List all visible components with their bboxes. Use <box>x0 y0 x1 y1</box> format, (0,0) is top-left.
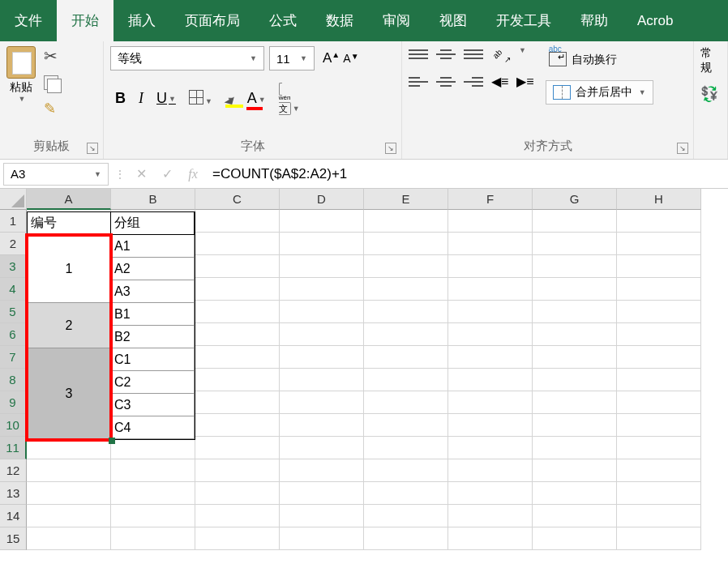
cell[interactable] <box>280 369 364 391</box>
cell[interactable] <box>448 482 533 505</box>
cell[interactable] <box>111 482 195 505</box>
decrease-font-button[interactable]: A▼ <box>340 52 353 65</box>
row-header-3[interactable]: 3 <box>0 255 27 278</box>
fill-color-button[interactable]: ▼ <box>225 92 234 105</box>
col-header-B[interactable]: B <box>111 189 195 210</box>
cell[interactable] <box>280 482 364 505</box>
alignment-launcher[interactable]: ↘ <box>677 143 688 154</box>
tab-formulas[interactable]: 公式 <box>255 0 311 41</box>
cell[interactable] <box>617 414 701 437</box>
cell[interactable] <box>448 346 533 369</box>
cell[interactable] <box>533 459 617 482</box>
cell[interactable] <box>195 437 280 459</box>
cell[interactable] <box>533 210 617 233</box>
row-header-12[interactable]: 12 <box>0 459 27 482</box>
cell[interactable] <box>364 527 448 550</box>
name-box[interactable]: A3▼ <box>3 163 109 186</box>
cell[interactable] <box>195 482 280 505</box>
cell[interactable] <box>195 369 280 391</box>
cell[interactable] <box>27 505 111 527</box>
underline-button[interactable]: U▼ <box>156 90 176 107</box>
select-all-corner[interactable] <box>0 189 27 210</box>
cell[interactable] <box>448 255 533 278</box>
tab-help[interactable]: 帮助 <box>566 0 623 41</box>
align-bottom-button[interactable] <box>464 46 483 62</box>
row-header-1[interactable]: 1 <box>0 210 27 233</box>
cell-B9[interactable]: C2 <box>111 371 195 394</box>
row-header-8[interactable]: 8 <box>0 369 27 391</box>
cell[interactable] <box>111 437 195 459</box>
cell[interactable] <box>533 482 617 505</box>
cell[interactable] <box>533 323 617 346</box>
cell[interactable] <box>280 233 364 255</box>
cell[interactable] <box>448 301 533 323</box>
cell[interactable] <box>195 233 280 255</box>
cell[interactable] <box>195 459 280 482</box>
cell-A6[interactable]: 2 <box>28 303 111 348</box>
cell[interactable] <box>448 459 533 482</box>
row-header-5[interactable]: 5 <box>0 301 27 323</box>
cell[interactable] <box>195 414 280 437</box>
chevron-down-icon[interactable]: ▼ <box>19 95 26 103</box>
tab-view[interactable]: 视图 <box>425 0 482 41</box>
cell[interactable] <box>280 459 364 482</box>
clipboard-launcher[interactable]: ↘ <box>87 143 98 154</box>
copy-button[interactable] <box>44 75 58 90</box>
cell[interactable] <box>195 505 280 527</box>
bold-button[interactable]: B <box>115 90 126 107</box>
border-button[interactable]: ▼ <box>189 90 212 107</box>
cell[interactable] <box>195 323 280 346</box>
font-name-select[interactable]: 等线▼ <box>110 46 264 70</box>
align-middle-button[interactable] <box>436 46 456 62</box>
cell-B5[interactable]: A3 <box>111 280 195 303</box>
cell[interactable] <box>364 255 448 278</box>
cell[interactable] <box>448 505 533 527</box>
row-header-6[interactable]: 6 <box>0 323 27 346</box>
increase-font-button[interactable]: A▲ <box>319 50 335 66</box>
cell[interactable] <box>364 482 448 505</box>
tab-review[interactable]: 审阅 <box>368 0 425 41</box>
cell-A8[interactable]: 3 <box>28 348 111 439</box>
cell[interactable] <box>617 301 701 323</box>
merge-center-button[interactable]: 合并后居中 ▼ <box>546 80 653 105</box>
cell[interactable] <box>533 527 617 550</box>
tab-home[interactable]: 开始 <box>57 0 113 41</box>
align-top-button[interactable] <box>409 46 428 62</box>
cell[interactable] <box>195 391 280 414</box>
tab-developer[interactable]: 开发工具 <box>482 0 566 41</box>
format-painter-button[interactable]: ✎ <box>44 100 58 117</box>
tab-file[interactable]: 文件 <box>0 0 57 41</box>
paste-button[interactable]: 粘贴 ▼ <box>6 46 36 103</box>
cell[interactable] <box>533 233 617 255</box>
align-center-button[interactable] <box>436 74 456 90</box>
cell[interactable] <box>617 391 701 414</box>
cell[interactable] <box>364 505 448 527</box>
cell[interactable] <box>195 255 280 278</box>
cell[interactable] <box>195 301 280 323</box>
cell[interactable] <box>111 505 195 527</box>
cancel-formula-button[interactable]: ✕ <box>128 166 154 181</box>
cell[interactable] <box>448 414 533 437</box>
cell-B10[interactable]: C3 <box>111 394 195 416</box>
cell[interactable] <box>364 323 448 346</box>
cell[interactable] <box>364 391 448 414</box>
tab-data[interactable]: 数据 <box>311 0 368 41</box>
cell[interactable] <box>448 278 533 301</box>
cell[interactable] <box>364 369 448 391</box>
cell[interactable] <box>195 210 280 233</box>
cell[interactable] <box>195 346 280 369</box>
tab-insert[interactable]: 插入 <box>113 0 170 41</box>
col-header-A[interactable]: A <box>27 189 111 210</box>
cell[interactable] <box>280 346 364 369</box>
cell[interactable] <box>195 278 280 301</box>
cell[interactable] <box>617 437 701 459</box>
cut-button[interactable]: ✂ <box>44 46 58 66</box>
cell[interactable] <box>280 323 364 346</box>
cell-A2[interactable]: 编号 <box>28 212 111 235</box>
cell[interactable] <box>364 346 448 369</box>
cell[interactable] <box>617 459 701 482</box>
cell[interactable] <box>617 210 701 233</box>
align-left-button[interactable] <box>409 74 428 90</box>
cell[interactable] <box>533 301 617 323</box>
col-header-F[interactable]: F <box>448 189 533 210</box>
